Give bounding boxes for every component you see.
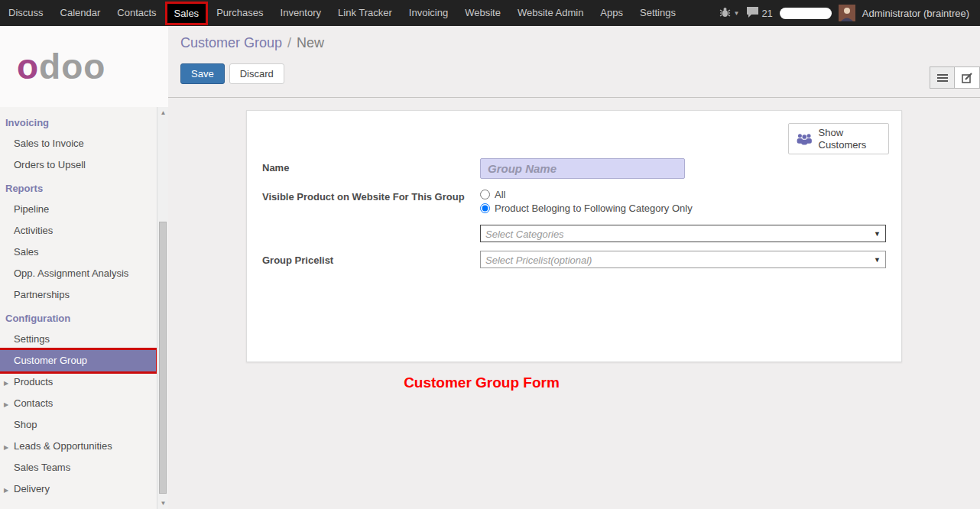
sidebar-item-customer-group[interactable]: Customer Group [0,350,156,371]
customer-group-form-card: Show Customers Name Visible Product on W… [246,110,902,362]
chat-bubble-icon [746,6,759,20]
messages-count: 21 [761,8,772,19]
bug-icon [719,7,731,20]
sidebar-section-reports: Reports [0,176,156,199]
top-navigation-bar: Discuss Calendar Contacts Sales Purchase… [0,0,980,26]
topbar-right-tools: ▼ 21 Administrator (braintree) [719,5,980,21]
visible-product-options: All Product Beloging to Following Catego… [480,187,886,216]
page-body: odoo Invoicing Sales to Invoice Orders t… [0,26,980,509]
list-view-button[interactable] [930,66,955,89]
group-pricelist-label: Group Pricelist [262,251,480,268]
radio-all-label: All [495,189,505,200]
control-panel: Customer Group/New Save Discard [168,26,980,98]
topnav-item-calendar[interactable]: Calendar [52,0,109,26]
topnav-item-invoicing[interactable]: Invoicing [401,0,456,26]
sidebar-item-partnerships[interactable]: Partnerships [0,284,156,306]
breadcrumb-separator: / [287,35,291,50]
topnav-item-settings[interactable]: Settings [631,0,684,26]
save-button[interactable]: Save [180,63,225,84]
scroll-down-icon[interactable]: ▼ [157,500,169,507]
debug-menu[interactable]: ▼ [719,7,739,20]
topnav-item-sales[interactable]: Sales [165,2,209,25]
sidebar-item-leads-opportunities[interactable]: ▶ Leads & Opportunities [0,436,156,457]
action-buttons: Save Discard [180,63,980,84]
dropdown-caret-icon: ▼ [874,256,881,264]
form-view-button[interactable] [955,66,980,89]
radio-category-input[interactable] [480,203,490,213]
radio-option-category[interactable]: Product Beloging to Following Category O… [480,203,886,214]
sidebar-item-sales[interactable]: Sales [0,242,156,263]
topnav-item-contacts[interactable]: Contacts [109,0,164,26]
radio-option-all[interactable]: All [480,189,886,200]
scroll-up-icon[interactable]: ▲ [157,109,169,116]
form-fields: Name Visible Product on Website For This… [262,158,886,268]
sidebar-section-invoicing: Invoicing [0,110,156,133]
sidebar-item-label: Contacts [14,397,53,409]
topnav-item-purchases[interactable]: Purchases [208,0,271,26]
categories-select[interactable]: Select Categories ▼ [480,225,886,242]
customers-group-icon [796,131,813,147]
main-area: Customer Group/New Save Discard [168,26,980,509]
sidebar-item-activities[interactable]: Activities [0,220,156,242]
sidebar-item-label: Delivery [14,483,50,494]
sidebar-item-contacts[interactable]: ▶ Contacts [0,393,156,414]
radio-all-input[interactable] [480,190,490,199]
topnav-item-website[interactable]: Website [456,0,509,26]
user-avatar[interactable] [839,5,855,21]
topnav-item-inventory[interactable]: Inventory [272,0,329,26]
view-switcher [930,66,980,89]
sidebar-item-label: Leads & Opportunities [14,440,112,452]
categories-select-placeholder: Select Categories [485,229,564,240]
visible-product-label: Visible Product on Website For This Grou… [262,187,480,216]
sidebar-item-sales-teams[interactable]: Sales Teams [0,457,156,478]
name-field-label: Name [262,158,480,179]
scrollbar-thumb[interactable] [159,222,167,494]
expand-arrow-icon: ▶ [4,443,8,453]
show-customers-button[interactable]: Show Customers [788,123,889,154]
sidebar-item-sales-to-invoice[interactable]: Sales to Invoice [0,133,156,154]
name-field-cell [480,158,886,179]
sidebar-item-opp-assignment-analysis[interactable]: Opp. Assignment Analysis [0,263,156,284]
content-area: Show Customers Name Visible Product on W… [168,98,980,509]
sidebar-item-label: Products [14,376,53,387]
radio-category-label: Product Beloging to Following Category O… [495,203,693,214]
edit-form-icon [962,73,973,83]
sidebar-menu: Invoicing Sales to Invoice Orders to Ups… [0,107,156,500]
timer-pill[interactable] [780,8,832,19]
messages-indicator[interactable]: 21 [746,6,772,20]
sidebar-scrollbar[interactable]: ▲ ▼ [157,107,168,509]
list-icon [937,73,948,83]
breadcrumb-parent-link[interactable]: Customer Group [180,35,282,50]
sidebar-item-pipeline[interactable]: Pipeline [0,199,156,220]
sidebar-section-configuration: Configuration [0,306,156,329]
pricelist-select[interactable]: Select Pricelist(optional) ▼ [480,251,886,268]
topnav-item-website-admin[interactable]: Website Admin [509,0,592,26]
sidebar-item-settings[interactable]: Settings [0,329,156,350]
sidebar: odoo Invoicing Sales to Invoice Orders t… [0,26,168,509]
sidebar-item-delivery[interactable]: ▶ Delivery [0,478,156,500]
sidebar-item-shop[interactable]: Shop [0,414,156,436]
expand-arrow-icon: ▶ [4,400,8,410]
odoo-logo[interactable]: odoo [17,46,105,87]
topnav-item-link-tracker[interactable]: Link Tracker [329,0,401,26]
sidebar-item-products[interactable]: ▶ Products [0,371,156,393]
dropdown-caret-icon: ▼ [874,230,881,238]
expand-arrow-icon: ▶ [4,378,8,389]
breadcrumb: Customer Group/New [180,35,980,51]
logo-block: odoo [0,26,168,107]
topnav-item-discuss[interactable]: Discuss [0,0,52,26]
annotation-text: Customer Group Form [168,374,795,391]
sidebar-item-orders-to-upsell[interactable]: Orders to Upsell [0,154,156,176]
debug-caret-icon: ▼ [733,10,739,17]
pricelist-select-placeholder: Select Pricelist(optional) [485,254,592,266]
expand-arrow-icon: ▶ [4,485,8,496]
topnav-item-apps[interactable]: Apps [592,0,631,26]
breadcrumb-current: New [297,35,324,50]
discard-button[interactable]: Discard [229,63,284,84]
user-name[interactable]: Administrator (braintree) [862,8,972,19]
name-input[interactable] [480,158,685,179]
show-customers-label: Show Customers [819,127,882,151]
